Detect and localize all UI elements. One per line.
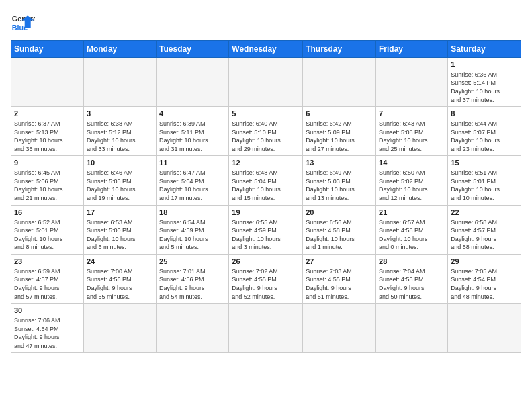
day-number: 20 xyxy=(306,208,373,218)
calendar-cell xyxy=(448,304,521,353)
calendar-cell: 21Sunrise: 6:57 AMSunset: 4:58 PMDayligh… xyxy=(376,205,448,254)
calendar-week-2: 9Sunrise: 6:45 AMSunset: 5:06 PMDaylight… xyxy=(11,156,521,205)
calendar-cell xyxy=(83,304,156,353)
day-number: 9 xyxy=(14,158,81,168)
calendar: SundayMondayTuesdayWednesdayThursdayFrid… xyxy=(11,40,521,353)
day-number: 15 xyxy=(451,158,518,168)
calendar-cell: 20Sunrise: 6:56 AMSunset: 4:58 PMDayligh… xyxy=(303,205,376,254)
day-info: Sunrise: 6:47 AMSunset: 5:04 PMDaylight:… xyxy=(159,169,226,202)
day-info: Sunrise: 6:40 AMSunset: 5:10 PMDaylight:… xyxy=(232,120,300,153)
calendar-cell: 13Sunrise: 6:49 AMSunset: 5:03 PMDayligh… xyxy=(303,156,376,205)
calendar-cell xyxy=(11,58,84,107)
logo: General Blue xyxy=(11,11,35,35)
weekday-header-saturday: Saturday xyxy=(448,41,521,58)
day-number: 3 xyxy=(87,109,153,119)
day-info: Sunrise: 7:04 AMSunset: 4:55 PMDaylight:… xyxy=(379,267,445,301)
day-number: 1 xyxy=(451,60,518,70)
day-number: 26 xyxy=(232,257,300,267)
day-number: 5 xyxy=(232,109,300,119)
day-info: Sunrise: 7:02 AMSunset: 4:55 PMDaylight:… xyxy=(232,267,300,301)
day-info: Sunrise: 7:03 AMSunset: 4:55 PMDaylight:… xyxy=(306,267,373,301)
day-number: 19 xyxy=(232,208,300,218)
calendar-week-4: 23Sunrise: 6:59 AMSunset: 4:57 PMDayligh… xyxy=(11,254,521,303)
calendar-cell: 4Sunrise: 6:39 AMSunset: 5:11 PMDaylight… xyxy=(157,107,229,156)
day-info: Sunrise: 6:45 AMSunset: 5:06 PMDaylight:… xyxy=(14,169,81,202)
calendar-cell: 23Sunrise: 6:59 AMSunset: 4:57 PMDayligh… xyxy=(11,254,84,303)
day-info: Sunrise: 6:44 AMSunset: 5:07 PMDaylight:… xyxy=(451,120,518,153)
weekday-header-wednesday: Wednesday xyxy=(229,41,303,58)
day-info: Sunrise: 6:54 AMSunset: 4:59 PMDaylight:… xyxy=(159,218,226,252)
day-number: 8 xyxy=(451,109,518,119)
calendar-cell: 22Sunrise: 6:58 AMSunset: 4:57 PMDayligh… xyxy=(448,205,521,254)
calendar-cell xyxy=(376,304,448,353)
calendar-cell: 1Sunrise: 6:36 AMSunset: 5:14 PMDaylight… xyxy=(448,58,521,107)
page: General Blue SundayMondayTuesdayWednesda… xyxy=(0,0,532,411)
calendar-cell: 11Sunrise: 6:47 AMSunset: 5:04 PMDayligh… xyxy=(157,156,229,205)
day-number: 17 xyxy=(87,208,153,218)
day-number: 11 xyxy=(159,158,226,168)
weekday-header-sunday: Sunday xyxy=(11,41,84,58)
calendar-cell: 19Sunrise: 6:55 AMSunset: 4:59 PMDayligh… xyxy=(229,205,303,254)
weekday-header-friday: Friday xyxy=(376,41,448,58)
calendar-cell xyxy=(303,304,376,353)
calendar-cell: 28Sunrise: 7:04 AMSunset: 4:55 PMDayligh… xyxy=(376,254,448,303)
day-info: Sunrise: 6:58 AMSunset: 4:57 PMDaylight:… xyxy=(451,218,518,252)
calendar-cell xyxy=(229,58,303,107)
day-number: 23 xyxy=(14,257,81,267)
calendar-cell: 30Sunrise: 7:06 AMSunset: 4:54 PMDayligh… xyxy=(11,304,84,353)
day-info: Sunrise: 6:57 AMSunset: 4:58 PMDaylight:… xyxy=(379,218,445,252)
weekday-header-thursday: Thursday xyxy=(303,41,376,58)
weekday-header-tuesday: Tuesday xyxy=(157,41,229,58)
logo-icon: General Blue xyxy=(11,11,35,35)
calendar-cell xyxy=(157,304,229,353)
calendar-cell xyxy=(229,304,303,353)
day-number: 7 xyxy=(379,109,445,119)
day-number: 2 xyxy=(14,109,81,119)
calendar-cell: 17Sunrise: 6:53 AMSunset: 5:00 PMDayligh… xyxy=(83,205,156,254)
day-info: Sunrise: 7:00 AMSunset: 4:56 PMDaylight:… xyxy=(87,267,153,301)
calendar-cell: 25Sunrise: 7:01 AMSunset: 4:56 PMDayligh… xyxy=(157,254,229,303)
calendar-cell: 12Sunrise: 6:48 AMSunset: 5:04 PMDayligh… xyxy=(229,156,303,205)
day-info: Sunrise: 6:56 AMSunset: 4:58 PMDaylight:… xyxy=(306,218,373,252)
calendar-cell: 8Sunrise: 6:44 AMSunset: 5:07 PMDaylight… xyxy=(448,107,521,156)
day-number: 21 xyxy=(379,208,445,218)
calendar-cell: 7Sunrise: 6:43 AMSunset: 5:08 PMDaylight… xyxy=(376,107,448,156)
day-number: 18 xyxy=(159,208,226,218)
day-number: 24 xyxy=(87,257,153,267)
day-info: Sunrise: 6:48 AMSunset: 5:04 PMDaylight:… xyxy=(232,169,300,202)
day-info: Sunrise: 6:43 AMSunset: 5:08 PMDaylight:… xyxy=(379,120,445,153)
weekday-header-row: SundayMondayTuesdayWednesdayThursdayFrid… xyxy=(11,41,521,58)
calendar-cell xyxy=(376,58,448,107)
calendar-cell: 29Sunrise: 7:05 AMSunset: 4:54 PMDayligh… xyxy=(448,254,521,303)
calendar-week-3: 16Sunrise: 6:52 AMSunset: 5:01 PMDayligh… xyxy=(11,205,521,254)
day-info: Sunrise: 7:01 AMSunset: 4:56 PMDaylight:… xyxy=(159,267,226,301)
day-info: Sunrise: 6:51 AMSunset: 5:01 PMDaylight:… xyxy=(451,169,518,202)
day-number: 13 xyxy=(306,158,373,168)
day-info: Sunrise: 6:42 AMSunset: 5:09 PMDaylight:… xyxy=(306,120,373,153)
calendar-cell: 6Sunrise: 6:42 AMSunset: 5:09 PMDaylight… xyxy=(303,107,376,156)
day-number: 22 xyxy=(451,208,518,218)
calendar-cell: 5Sunrise: 6:40 AMSunset: 5:10 PMDaylight… xyxy=(229,107,303,156)
day-info: Sunrise: 6:55 AMSunset: 4:59 PMDaylight:… xyxy=(232,218,300,252)
day-info: Sunrise: 6:39 AMSunset: 5:11 PMDaylight:… xyxy=(159,120,226,153)
calendar-cell: 9Sunrise: 6:45 AMSunset: 5:06 PMDaylight… xyxy=(11,156,84,205)
day-info: Sunrise: 6:59 AMSunset: 4:57 PMDaylight:… xyxy=(14,267,81,301)
header: General Blue xyxy=(11,11,521,35)
calendar-cell: 16Sunrise: 6:52 AMSunset: 5:01 PMDayligh… xyxy=(11,205,84,254)
calendar-cell: 26Sunrise: 7:02 AMSunset: 4:55 PMDayligh… xyxy=(229,254,303,303)
day-info: Sunrise: 6:38 AMSunset: 5:12 PMDaylight:… xyxy=(87,120,153,153)
calendar-cell: 15Sunrise: 6:51 AMSunset: 5:01 PMDayligh… xyxy=(448,156,521,205)
day-number: 14 xyxy=(379,158,445,168)
day-number: 28 xyxy=(379,257,445,267)
day-info: Sunrise: 6:37 AMSunset: 5:13 PMDaylight:… xyxy=(14,120,81,153)
day-number: 16 xyxy=(14,208,81,218)
day-number: 12 xyxy=(232,158,300,168)
calendar-week-1: 2Sunrise: 6:37 AMSunset: 5:13 PMDaylight… xyxy=(11,107,521,156)
calendar-cell: 24Sunrise: 7:00 AMSunset: 4:56 PMDayligh… xyxy=(83,254,156,303)
calendar-week-0: 1Sunrise: 6:36 AMSunset: 5:14 PMDaylight… xyxy=(11,58,521,107)
weekday-header-monday: Monday xyxy=(83,41,156,58)
day-info: Sunrise: 6:52 AMSunset: 5:01 PMDaylight:… xyxy=(14,218,81,252)
day-info: Sunrise: 6:49 AMSunset: 5:03 PMDaylight:… xyxy=(306,169,373,202)
day-number: 4 xyxy=(159,109,226,119)
calendar-week-5: 30Sunrise: 7:06 AMSunset: 4:54 PMDayligh… xyxy=(11,304,521,353)
